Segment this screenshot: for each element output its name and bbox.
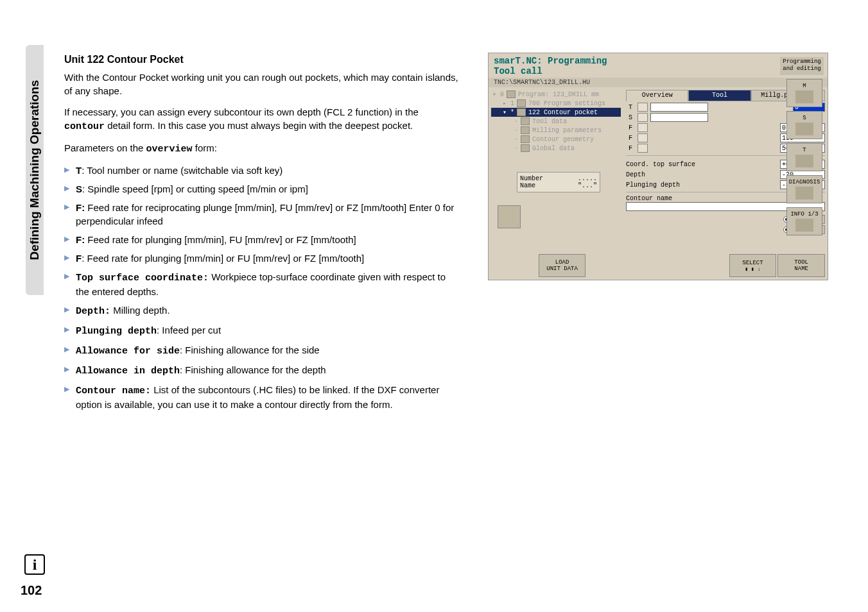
- f1-icon: [638, 123, 648, 132]
- tree-row[interactable]: ▾ 0Program: 123_DRILL mm: [491, 90, 621, 99]
- list-item: S: Spindle speed [rpm] or cutting speed …: [64, 182, 459, 196]
- rbtn-info[interactable]: INFO 1/3: [786, 207, 822, 235]
- milling-icon: [521, 126, 530, 134]
- settings-icon: [517, 99, 526, 107]
- list-item: F: Feed rate for plunging [mm/min], FU […: [64, 233, 459, 246]
- list-item: Allowance for side: Finishing allowance …: [64, 343, 459, 358]
- mode-badge: Programming and editing: [780, 57, 824, 75]
- para-2a: If necessary, you can assign every subco…: [64, 106, 419, 117]
- list-item: Allowance in depth: Finishing allowance …: [64, 363, 459, 378]
- bullet-list: T: Tool number or name (switchable via s…: [64, 164, 459, 411]
- para-3a: Parameters on the: [64, 142, 146, 153]
- para-2: If necessary, you can assign every subco…: [64, 105, 459, 133]
- tab-tool[interactable]: Tool: [688, 90, 751, 101]
- tree-row[interactable]: ·Tool data: [491, 117, 621, 126]
- tree-row-selected[interactable]: ▾ *122 Contour pocket: [491, 108, 621, 117]
- label-depth: Depth: [626, 171, 645, 178]
- contour-icon: [521, 135, 530, 143]
- num-label: Number: [520, 175, 543, 182]
- label-S: S: [626, 114, 635, 121]
- sk-select[interactable]: SELECT▮ ▮ ↓: [729, 254, 777, 277]
- global-icon: [521, 144, 530, 152]
- para-2c: detail form. In this case you must alway…: [105, 120, 413, 131]
- unit-preview-icon: [498, 205, 521, 228]
- list-item: F: Feed rate for reciprocating plunge [m…: [64, 201, 459, 228]
- label-T: T: [626, 104, 635, 111]
- sk-3: [587, 254, 633, 277]
- num-val: .....: [578, 175, 597, 182]
- sk-1: [491, 254, 537, 277]
- sk-5: [682, 254, 728, 277]
- pocket-icon: [517, 108, 526, 116]
- label-plunge: Plunging depth: [626, 182, 680, 189]
- diag-icon: [795, 187, 813, 200]
- tree-row[interactable]: ▸ 1700 Program settings: [491, 99, 621, 108]
- right-toolbar: M S T DIAGNOSIS INFO 1/3: [786, 79, 825, 235]
- tab-overview[interactable]: Overview: [626, 90, 688, 101]
- info-icon: [795, 219, 813, 232]
- s-icon: [795, 123, 813, 135]
- file-path: TNC:\SMARTNC\123_DRILL.HU: [489, 78, 828, 87]
- rbtn-diag[interactable]: DIAGNOSIS: [786, 175, 822, 203]
- para-1: With the Contour Pocket working unit you…: [64, 71, 459, 98]
- para-3: Parameters on the overview form:: [64, 141, 459, 156]
- t-icon: [795, 155, 813, 167]
- input-T[interactable]: [650, 103, 708, 112]
- cnc-panel: smarT.NC: Programming Tool call Programm…: [488, 53, 828, 280]
- panel-title: smarT.NC: Programming Tool call: [489, 53, 828, 78]
- sk-load-unit-data[interactable]: LOADUNIT DATA: [539, 254, 586, 277]
- sk-tool-name[interactable]: TOOLNAME: [777, 254, 825, 277]
- m-icon: [795, 90, 813, 103]
- unit-title: Unit 122 Contour Pocket: [64, 53, 459, 67]
- list-item: Top surface coordinate: Workpiece top-su…: [64, 270, 459, 298]
- t-icon: [638, 103, 648, 112]
- label-F3: F: [626, 145, 635, 152]
- para-2b: contour: [64, 121, 105, 132]
- tool-icon: [521, 117, 530, 125]
- para-3c: form:: [193, 142, 217, 153]
- number-name-popup: Number..... Name"...": [517, 172, 600, 192]
- info-icon: i: [24, 554, 45, 575]
- program-tree[interactable]: ▾ 0Program: 123_DRILL mm ▸ 1700 Program …: [489, 87, 623, 251]
- f2-icon: [638, 133, 648, 142]
- sk-4: [634, 254, 681, 277]
- rbtn-m[interactable]: M: [786, 79, 822, 107]
- tree-row[interactable]: ·Global data: [491, 144, 621, 153]
- sidetab-label: Defining Machining Operations: [28, 80, 42, 260]
- para-3b: overview: [146, 144, 193, 155]
- list-item: F: Feed rate for plunging [mm/min] or FU…: [64, 251, 459, 265]
- rbtn-t[interactable]: T: [786, 143, 822, 171]
- file-icon: [507, 90, 516, 98]
- tree-row[interactable]: ·Contour geometry: [491, 135, 621, 144]
- name-val: "...": [578, 182, 597, 189]
- panel-title-1: smarT.NC: Programming: [494, 56, 607, 66]
- rbtn-s[interactable]: S: [786, 111, 822, 139]
- input-S[interactable]: [650, 113, 708, 122]
- name-label: Name: [520, 182, 535, 189]
- f3-icon: [638, 144, 648, 153]
- label-coord: Coord. top surface: [626, 161, 695, 168]
- s-icon: [638, 113, 648, 122]
- main-content: Unit 122 Contour Pocket With the Contour…: [64, 53, 459, 416]
- list-item: T: Tool number or name (switchable via s…: [64, 164, 459, 177]
- list-item: Plunging depth: Infeed per cut: [64, 323, 459, 338]
- sidetab: Defining Machining Operations: [26, 45, 44, 295]
- label-F2: F: [626, 135, 635, 142]
- softkey-bar: LOADUNIT DATA SELECT▮ ▮ ↓ TOOLNAME: [491, 254, 825, 277]
- page-number: 102: [21, 583, 42, 598]
- tree-row[interactable]: ·Milling parameters: [491, 126, 621, 135]
- list-item: Contour name: List of the subcontours (.…: [64, 383, 459, 411]
- list-item: Depth: Milling depth.: [64, 303, 459, 318]
- label-F1: F: [626, 124, 635, 132]
- panel-title-2: Tool call: [494, 66, 822, 76]
